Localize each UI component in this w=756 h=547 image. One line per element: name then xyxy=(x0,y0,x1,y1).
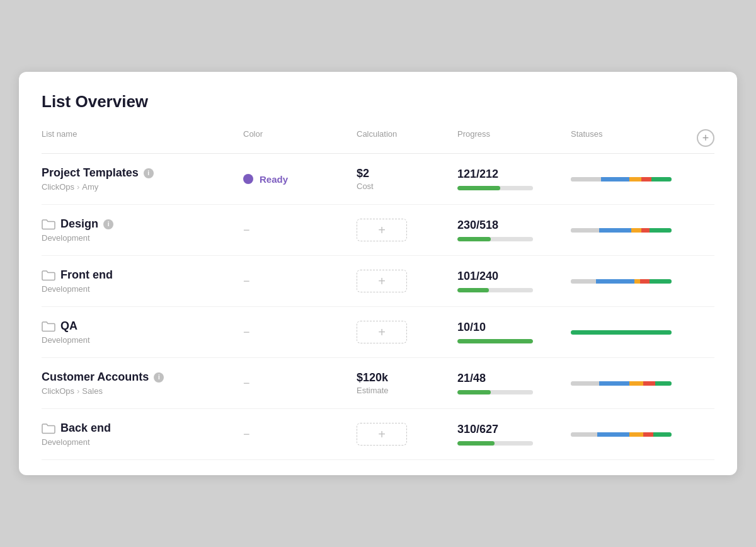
calculation-cell: $2Cost xyxy=(357,167,457,191)
info-icon[interactable]: i xyxy=(103,219,113,229)
progress-count: 230/518 xyxy=(457,219,571,232)
status-segment xyxy=(629,432,643,437)
statuses-cell xyxy=(571,432,689,437)
list-name-text: Back end xyxy=(60,422,111,435)
status-segment xyxy=(631,228,641,233)
status-bar xyxy=(571,432,672,437)
color-dash: − xyxy=(243,326,250,339)
folder-icon xyxy=(42,423,55,434)
table-row: Back endDevelopment−+310/627 xyxy=(42,409,714,460)
list-name-main: Front end xyxy=(42,268,243,282)
progress-bar-container xyxy=(457,237,533,241)
list-name-text: Customer Accounts xyxy=(42,371,149,384)
list-name-cell: Customer AccountsiClickOps›Sales xyxy=(42,371,243,396)
color-cell: − xyxy=(243,224,357,237)
list-name-breadcrumb: ClickOps›Sales xyxy=(42,386,243,396)
progress-bar-container xyxy=(457,288,533,292)
progress-bar-fill xyxy=(457,339,533,343)
table-row: Project TemplatesiClickOps›AmyReady$2Cos… xyxy=(42,154,714,205)
calculation-cell: + xyxy=(357,270,457,292)
status-segment xyxy=(650,228,672,233)
progress-count: 21/48 xyxy=(457,372,571,385)
calculation-cell: $120kEstimate xyxy=(357,371,457,395)
table-row: DesigniDevelopment−+230/518 xyxy=(42,205,714,256)
breadcrumb-separator: › xyxy=(77,182,79,192)
status-segment xyxy=(571,381,599,386)
list-name-text: Design xyxy=(60,217,98,231)
add-calculation-button[interactable]: + xyxy=(357,270,407,292)
status-segment xyxy=(599,381,629,386)
calc-sub: Cost xyxy=(357,181,457,191)
status-segment xyxy=(641,177,651,181)
status-segment xyxy=(629,381,643,386)
calculation-cell: + xyxy=(357,219,457,241)
statuses-cell xyxy=(571,330,689,335)
calculation-cell: + xyxy=(357,321,457,343)
color-dash: − xyxy=(243,275,250,288)
progress-count: 101/240 xyxy=(457,270,571,283)
status-bar xyxy=(571,177,672,181)
progress-bar-fill xyxy=(457,237,491,241)
status-segment xyxy=(643,381,655,386)
statuses-cell xyxy=(571,177,689,181)
color-cell: − xyxy=(243,377,357,390)
color-cell: − xyxy=(243,326,357,339)
status-segment xyxy=(599,228,631,233)
list-name-breadcrumb: Development xyxy=(42,284,243,294)
color-dash: − xyxy=(243,377,250,390)
folder-icon xyxy=(42,321,55,332)
status-segment xyxy=(641,228,650,233)
breadcrumb-separator: › xyxy=(77,386,79,396)
progress-bar-container xyxy=(457,339,533,343)
status-segment xyxy=(571,432,597,437)
info-icon[interactable]: i xyxy=(144,168,154,178)
status-segment xyxy=(640,279,649,284)
status-segment xyxy=(571,177,601,181)
list-name-cell: Project TemplatesiClickOps›Amy xyxy=(42,166,243,192)
page-title: List Overview xyxy=(42,92,714,112)
status-segment xyxy=(571,228,599,233)
calc-value: $120k xyxy=(357,371,457,384)
list-name-text: Front end xyxy=(60,268,113,282)
progress-count: 10/10 xyxy=(457,321,571,334)
calculation-cell: + xyxy=(357,423,457,446)
progress-count: 310/627 xyxy=(457,423,571,436)
list-name-cell: DesigniDevelopment xyxy=(42,217,243,243)
folder-icon xyxy=(42,270,55,281)
add-column-button[interactable]: + xyxy=(697,129,714,147)
col-list-name: List name xyxy=(42,129,243,147)
color-cell: − xyxy=(243,428,357,441)
progress-bar-fill xyxy=(457,288,489,292)
progress-bar-container xyxy=(457,390,533,394)
progress-cell: 101/240 xyxy=(457,270,571,292)
color-cell: Ready xyxy=(243,174,357,185)
status-bar xyxy=(571,228,672,233)
status-segment xyxy=(571,330,672,335)
info-icon[interactable]: i xyxy=(154,372,164,383)
color-dash: − xyxy=(243,224,250,237)
calc-value: $2 xyxy=(357,167,457,180)
list-name-breadcrumb: Development xyxy=(42,233,243,243)
progress-cell: 121/212 xyxy=(457,168,571,190)
status-segment xyxy=(601,177,629,181)
add-calculation-button[interactable]: + xyxy=(357,423,407,446)
status-segment xyxy=(655,381,672,386)
col-calculation: Calculation xyxy=(357,129,457,147)
list-name-main: QA xyxy=(42,320,243,333)
progress-cell: 10/10 xyxy=(457,321,571,343)
list-name-text: QA xyxy=(60,320,77,333)
progress-cell: 230/518 xyxy=(457,219,571,241)
status-bar xyxy=(571,381,672,386)
list-name-cell: Front endDevelopment xyxy=(42,268,243,294)
status-bar xyxy=(571,330,672,335)
list-name-breadcrumb: Development xyxy=(42,437,243,447)
progress-cell: 310/627 xyxy=(457,423,571,446)
add-calculation-button[interactable]: + xyxy=(357,321,407,343)
list-overview-card: List Overview List name Color Calculatio… xyxy=(19,72,737,475)
progress-bar-fill xyxy=(457,390,491,394)
statuses-cell xyxy=(571,381,689,386)
add-calculation-button[interactable]: + xyxy=(357,219,407,241)
progress-count: 121/212 xyxy=(457,168,571,181)
color-dot xyxy=(243,174,253,184)
col-statuses: Statuses xyxy=(571,129,689,147)
